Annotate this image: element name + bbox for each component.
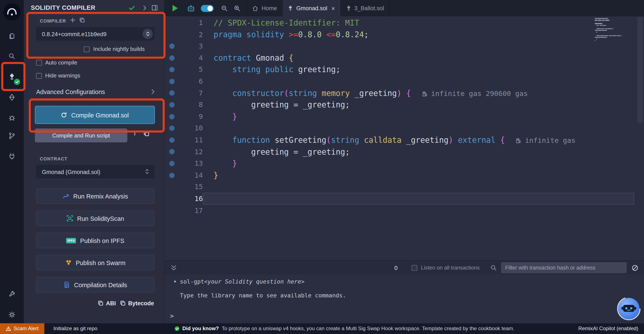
run-play-button[interactable] — [172, 5, 178, 11]
gutter-dot[interactable] — [169, 125, 174, 131]
debugger-icon[interactable] — [0, 110, 24, 125]
gutter[interactable] — [164, 87, 179, 99]
minimap[interactable] — [595, 18, 632, 53]
gutter[interactable] — [164, 134, 179, 146]
terminal-filter-input[interactable] — [501, 262, 627, 273]
listen-transactions-checkbox[interactable] — [412, 265, 417, 271]
plugin-manager-icon[interactable] — [0, 149, 24, 164]
copilot-toggle[interactable] — [201, 5, 214, 12]
code-line[interactable]: 11 function setGreeting(string calldata … — [164, 134, 644, 146]
code-line[interactable]: 15 — [164, 181, 644, 193]
advanced-config-chevron-icon[interactable] — [150, 88, 156, 95]
close-tab-icon[interactable]: × — [331, 5, 335, 12]
gutter-dot[interactable] — [169, 161, 174, 166]
code-line[interactable]: 17 — [164, 204, 644, 216]
info-icon[interactable]: i — [134, 130, 136, 137]
settings-gear-icon[interactable] — [0, 307, 24, 322]
code-line[interactable]: 3 — [164, 40, 644, 52]
code-line[interactable]: 6 — [164, 75, 644, 87]
tab-home[interactable]: Home — [246, 0, 282, 16]
gutter[interactable] — [164, 75, 179, 87]
deploy-run-icon[interactable] — [0, 90, 24, 104]
version-select-arrows[interactable] — [142, 29, 153, 39]
compiler-version-select[interactable]: 0.8.24+commit.e11b9ed9 — [36, 27, 154, 41]
nightly-builds-checkbox[interactable] — [84, 46, 90, 52]
code-line[interactable]: 2pragma solidity >=0.8.0 <=0.8.24; — [164, 28, 644, 40]
copilot-status[interactable]: RemixAI Copilot (enabled) — [578, 326, 638, 332]
panel-chevron-icon[interactable] — [141, 4, 148, 11]
code-editor[interactable]: 1// SPDX-License-Identifier: MIT2pragma … — [164, 16, 644, 260]
gutter-dot[interactable] — [169, 137, 174, 143]
editor-scrollbar[interactable] — [638, 17, 643, 123]
gutter[interactable] — [164, 99, 179, 111]
code-line[interactable]: 8 greeting = _greeting; — [164, 99, 644, 111]
add-compiler-icon[interactable] — [70, 17, 76, 23]
gutter[interactable] — [164, 193, 179, 204]
gutter[interactable] — [164, 17, 179, 28]
gutter[interactable] — [164, 204, 179, 216]
advanced-config-label[interactable]: Advanced Configurations — [36, 88, 105, 95]
gutter[interactable] — [164, 146, 179, 158]
publish-swarm-button[interactable]: Publish on Swarm — [36, 255, 154, 270]
compilation-details-button[interactable]: Compilation Details — [36, 277, 154, 293]
terminal-output[interactable]: •sol-gpt <your Solidity question here>Ty… — [164, 275, 644, 323]
gutter[interactable] — [164, 158, 179, 169]
contract-select[interactable]: Gmonad (Gmonad.sol) — [36, 165, 154, 178]
code-line[interactable]: 16 — [164, 193, 644, 204]
pin-panel-icon[interactable] — [152, 5, 158, 11]
gutter[interactable] — [164, 52, 179, 64]
auto-compile-checkbox[interactable] — [36, 60, 42, 66]
code-line[interactable]: 13 } — [164, 158, 644, 169]
gutter[interactable] — [164, 111, 179, 122]
compile-button[interactable]: Compile Gmonad.sol — [35, 106, 155, 124]
listen-transactions-label[interactable]: Listen on all transactions — [421, 265, 480, 271]
hide-warnings-checkbox[interactable] — [36, 73, 42, 79]
ai-assistant-button[interactable] — [617, 297, 641, 320]
git-init-button[interactable]: Initialize as git repo — [54, 326, 97, 332]
file-explorer-icon[interactable] — [0, 29, 24, 43]
compile-and-run-button[interactable]: Compile and Run script — [35, 128, 127, 143]
code-line[interactable]: 7 constructor(string memory _greeting) {… — [164, 87, 644, 99]
gutter[interactable] — [164, 40, 179, 52]
tab-ballot[interactable]: 3_Ballot.sol — [341, 0, 390, 16]
gutter-dot[interactable] — [169, 79, 174, 84]
run-solidityscan-button[interactable]: Run SolidityScan — [36, 210, 154, 226]
gutter-dot[interactable] — [169, 149, 174, 154]
solidity-compiler-icon[interactable] — [0, 69, 24, 84]
gutter-dot[interactable] — [169, 114, 174, 119]
zoom-out-icon[interactable] — [221, 5, 228, 12]
run-remix-analysis-button[interactable]: Run Remix Analysis — [36, 188, 154, 204]
gutter-dot[interactable] — [169, 173, 174, 178]
ai-robot-icon[interactable] — [187, 4, 195, 12]
copy-script-icon[interactable] — [143, 130, 150, 137]
code-line[interactable]: 12 greeting = _greeting; — [164, 146, 644, 158]
tab-gmonad[interactable]: Gmonad.sol × — [283, 0, 341, 16]
remix-logo[interactable] — [0, 2, 24, 21]
code-line[interactable]: 9 } — [164, 111, 644, 122]
gutter[interactable] — [164, 122, 179, 134]
gutter[interactable] — [164, 28, 179, 40]
code-line[interactable]: 1// SPDX-License-Identifier: MIT — [164, 17, 644, 28]
clear-console-icon[interactable] — [632, 265, 638, 271]
code-line[interactable]: 10 — [164, 122, 644, 134]
gutter-dot[interactable] — [169, 102, 174, 107]
git-icon[interactable] — [0, 128, 24, 143]
collapse-terminal-icon[interactable] — [170, 265, 178, 271]
compiler-config-copy-icon[interactable] — [79, 17, 85, 23]
tools-wrench-icon[interactable] — [0, 287, 24, 302]
hide-warnings-label[interactable]: Hide warnings — [45, 72, 80, 79]
gutter[interactable] — [164, 169, 179, 181]
gutter-dot[interactable] — [169, 55, 174, 61]
bytecode-copy-button[interactable]: Bytecode — [120, 300, 154, 307]
zoom-in-icon[interactable] — [234, 5, 241, 12]
nightly-builds-label[interactable]: Include nightly builds — [93, 46, 145, 52]
search-icon[interactable] — [0, 49, 24, 63]
auto-compile-label[interactable]: Auto compile — [45, 59, 77, 66]
gutter[interactable] — [164, 181, 179, 193]
scam-alert-badge[interactable]: Scam Alert — [0, 323, 44, 334]
abi-copy-button[interactable]: ABI — [98, 300, 116, 307]
publish-ipfs-button[interactable]: IPFS Publish on IPFS — [36, 233, 154, 248]
code-line[interactable]: 4contract Gmonad { — [164, 52, 644, 64]
code-line[interactable]: 14} — [164, 169, 644, 181]
gutter-dot[interactable] — [169, 67, 174, 72]
